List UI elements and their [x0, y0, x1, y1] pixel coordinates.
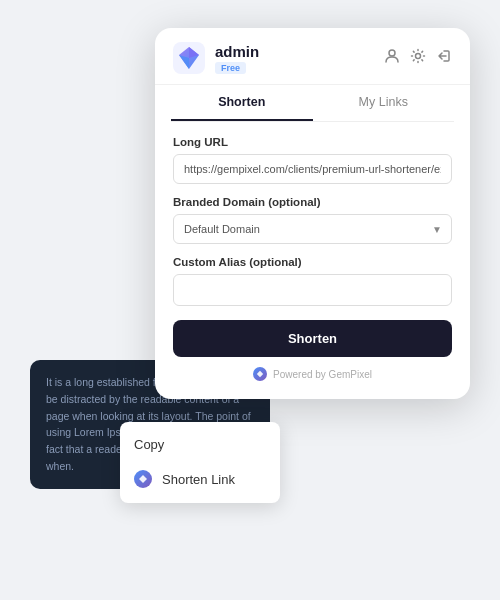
- tab-shorten[interactable]: Shorten: [171, 85, 313, 121]
- branded-domain-select[interactable]: Default Domain: [173, 214, 452, 244]
- branded-domain-label: Branded Domain (optional): [173, 196, 452, 208]
- brand-info: admin Free: [215, 43, 259, 74]
- gem-pixel-icon: [134, 470, 152, 488]
- svg-point-5: [389, 50, 395, 56]
- free-badge: Free: [215, 62, 246, 74]
- branded-domain-wrapper: Default Domain ▼: [173, 214, 452, 244]
- tabs: Shorten My Links: [171, 85, 454, 122]
- long-url-label: Long URL: [173, 136, 452, 148]
- context-menu-shorten-link[interactable]: Shorten Link: [120, 461, 280, 497]
- svg-marker-7: [257, 371, 263, 377]
- context-menu: Copy Shorten Link: [120, 422, 280, 503]
- powered-by-text: Powered by GemPixel: [273, 369, 372, 380]
- custom-alias-input[interactable]: [173, 274, 452, 306]
- header-icons: [384, 48, 452, 68]
- brand-section: admin Free: [173, 42, 259, 74]
- logout-icon[interactable]: [436, 48, 452, 68]
- shorten-link-label: Shorten Link: [162, 472, 235, 487]
- powered-by-gem-icon: [253, 367, 267, 381]
- settings-icon[interactable]: [410, 48, 426, 68]
- brand-name: admin: [215, 43, 259, 60]
- card-header: admin Free: [155, 28, 470, 85]
- powered-by: Powered by GemPixel: [173, 367, 452, 385]
- gem-logo-icon: [173, 42, 205, 74]
- main-popup-card: admin Free: [155, 28, 470, 399]
- long-url-input[interactable]: [173, 154, 452, 184]
- tab-my-links[interactable]: My Links: [313, 85, 455, 121]
- form-body: Long URL Branded Domain (optional) Defau…: [155, 122, 470, 399]
- svg-point-6: [416, 54, 421, 59]
- shorten-button[interactable]: Shorten: [173, 320, 452, 357]
- custom-alias-label: Custom Alias (optional): [173, 256, 452, 268]
- context-menu-copy[interactable]: Copy: [120, 428, 280, 461]
- copy-label: Copy: [134, 437, 164, 452]
- svg-marker-0: [139, 475, 147, 483]
- user-icon[interactable]: [384, 48, 400, 68]
